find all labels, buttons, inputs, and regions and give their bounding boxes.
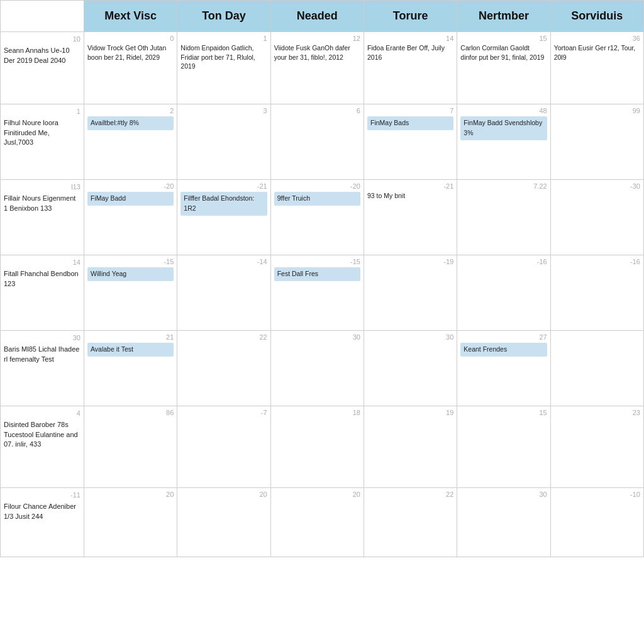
cell-num-4-0: 21 <box>87 333 174 341</box>
cell-2-4: 7.22 <box>457 180 550 255</box>
header-col2: Ton Day <box>177 1 270 32</box>
cell-num-2-2: -20 <box>274 182 360 190</box>
cell-2-0: -20FiMay Badd <box>84 180 177 255</box>
header-col6: Sorviduis <box>550 1 643 32</box>
cell-num-1-4: 48 <box>460 107 547 114</box>
cell-0-0: 0Vidow Trock Get Oth Jutan boon ber 21, … <box>84 32 177 104</box>
table-row-2: l13Fillair Nours Eigenment 1 Benixbon 13… <box>1 180 644 255</box>
cell-tag-2-0: FiMay Badd <box>87 192 174 206</box>
cell-0-4: 15Carlon Cormilan Gaoldt dinfor put ber … <box>457 32 550 104</box>
cell-4-2: 30 <box>270 331 364 406</box>
cell-num-1-3: 7 <box>367 107 453 114</box>
cell-num-5-5: 23 <box>554 409 640 416</box>
row-label-text-5: Disinted Barober 78s Tucestool Eulantine… <box>4 420 80 449</box>
header-col4: Torure <box>364 1 457 32</box>
cell-num-1-5: 99 <box>554 107 640 114</box>
cell-3-2: -15Fest Dall Fres <box>270 255 364 331</box>
cell-num-2-5: -30 <box>554 182 640 190</box>
cell-6-3: 22 <box>364 488 457 557</box>
cell-num-2-1: -21 <box>180 182 267 190</box>
row-label-6: -11Filour Chance Adeniber 1/3 Jusit 244 <box>1 488 84 557</box>
header-col5: Nertmber <box>457 1 550 32</box>
table-row-4: 30Baris Ml85 Lichal Ihadee rl femenalty … <box>1 331 644 406</box>
row-label-num-1: 1 <box>4 107 80 116</box>
cell-5-0: 86 <box>84 406 177 488</box>
cell-2-3: -2193 to My bnit <box>364 180 457 255</box>
cell-num-6-0: 20 <box>87 491 174 498</box>
table-row-3: 14Fitall Fhanchal Bendbon 123-15Willind … <box>1 255 644 331</box>
row-label-text-0: Seann Annahs Ue-10 Der 2019 Deal 2040 <box>4 46 80 65</box>
cell-num-4-3: 30 <box>367 333 453 341</box>
cell-num-6-1: 20 <box>180 491 267 498</box>
cell-1-5: 99 <box>550 104 643 180</box>
header-col3: Neaded <box>270 1 364 32</box>
cell-num-3-5: -16 <box>554 258 640 265</box>
cell-num-1-2: 6 <box>274 107 360 114</box>
cell-tag-2-1: Filffer Badal Ehondston: 1R2 <box>180 192 267 216</box>
cell-3-4: -16 <box>457 255 550 331</box>
cell-6-1: 20 <box>177 488 270 557</box>
cell-5-2: 18 <box>270 406 364 488</box>
cell-num-0-0: 0 <box>87 35 174 42</box>
cell-num-3-2: -15 <box>274 258 360 265</box>
cell-6-2: 20 <box>270 488 364 557</box>
cell-1-4: 48FinMay Badd Svendshloby 3% <box>457 104 550 180</box>
cell-num-3-1: -14 <box>180 258 267 265</box>
cell-num-3-4: -16 <box>460 258 547 265</box>
row-label-num-2: l13 <box>4 182 80 192</box>
cell-1-1: 3 <box>177 104 270 180</box>
cell-num-6-3: 22 <box>367 491 453 498</box>
calendar-table-wrapper: Mext Visc Ton Day Neaded Torure Nertmber… <box>0 0 644 644</box>
header-col0 <box>1 1 84 32</box>
cell-tag-3-0: Willind Yeag <box>87 267 174 281</box>
cell-5-3: 19 <box>364 406 457 488</box>
table-row-6: -11Filour Chance Adeniber 1/3 Jusit 2442… <box>1 488 644 557</box>
cell-5-1: -7 <box>177 406 270 488</box>
table-row-0: 10Seann Annahs Ue-10 Der 2019 Deal 20400… <box>1 32 644 104</box>
cell-num-5-4: 15 <box>460 409 547 416</box>
cell-content-0-5: Yortoan Eusir Ger r12, Tour, 20l9 <box>554 43 640 62</box>
cell-content-0-0: Vidow Trock Get Oth Jutan boon ber 21, R… <box>87 43 174 62</box>
cell-tag-1-4: FinMay Badd Svendshloby 3% <box>460 116 547 140</box>
cell-2-5: -30 <box>550 180 643 255</box>
cell-6-0: 20 <box>84 488 177 557</box>
cell-num-6-5: -10 <box>554 491 640 498</box>
cell-content-0-4: Carlon Cormilan Gaoldt dinfor put ber 91… <box>460 43 547 62</box>
cell-4-3: 30 <box>364 331 457 406</box>
row-label-text-2: Fillair Nours Eigenment 1 Benixbon 133 <box>4 194 80 213</box>
row-label-text-3: Fitall Fhanchal Bendbon 123 <box>4 269 80 289</box>
row-label-2: l13Fillair Nours Eigenment 1 Benixbon 13… <box>1 180 84 255</box>
row-label-num-0: 10 <box>4 35 80 44</box>
cell-2-2: -209ffer Truich <box>270 180 364 255</box>
table-row-1: 1Filhul Noure loora Finitiruded Me, Jusl… <box>1 104 644 180</box>
cell-num-4-1: 22 <box>180 333 267 341</box>
cell-1-0: 2Availtbel:#tly 8% <box>84 104 177 180</box>
row-label-num-6: -11 <box>4 491 80 500</box>
cell-3-5: -16 <box>550 255 643 331</box>
cell-tag-2-2: 9ffer Truich <box>274 192 360 206</box>
cell-num-2-3: -21 <box>367 182 453 190</box>
cell-5-4: 15 <box>457 406 550 488</box>
row-label-4: 30Baris Ml85 Lichal Ihadee rl femenalty … <box>1 331 84 406</box>
cell-num-2-0: -20 <box>87 182 174 190</box>
cell-num-5-1: -7 <box>180 409 267 416</box>
cell-num-3-3: -19 <box>367 258 453 265</box>
cell-tag-4-4: Keant Frendes <box>460 343 547 357</box>
cell-num-6-2: 20 <box>274 491 360 498</box>
cell-num-3-0: -15 <box>87 258 174 265</box>
cell-tag-4-0: Avalabe it Test <box>87 343 174 357</box>
cell-num-1-1: 3 <box>180 107 267 114</box>
cell-content-2-3: 93 to My bnit <box>367 191 453 201</box>
row-label-3: 14Fitall Fhanchal Bendbon 123 <box>1 255 84 331</box>
cell-6-5: -10 <box>550 488 643 557</box>
cell-6-4: 30 <box>457 488 550 557</box>
row-label-text-1: Filhul Noure loora Finitiruded Me, Jusl,… <box>4 118 80 147</box>
row-label-5: 4Disinted Barober 78s Tucestool Eulantin… <box>1 406 84 488</box>
cell-0-2: 12Viidote Fusk GanOh dafer your ber 31, … <box>270 32 364 104</box>
cell-num-1-0: 2 <box>87 107 174 114</box>
cell-4-4: 27Keant Frendes <box>457 331 550 406</box>
cell-num-0-1: 1 <box>180 35 267 42</box>
cell-0-1: 1Nidom Enpaidon Gatlich, Fridiar port be… <box>177 32 270 104</box>
cell-content-0-2: Viidote Fusk GanOh dafer your ber 31, fi… <box>274 43 360 62</box>
cell-num-5-2: 18 <box>274 409 360 416</box>
